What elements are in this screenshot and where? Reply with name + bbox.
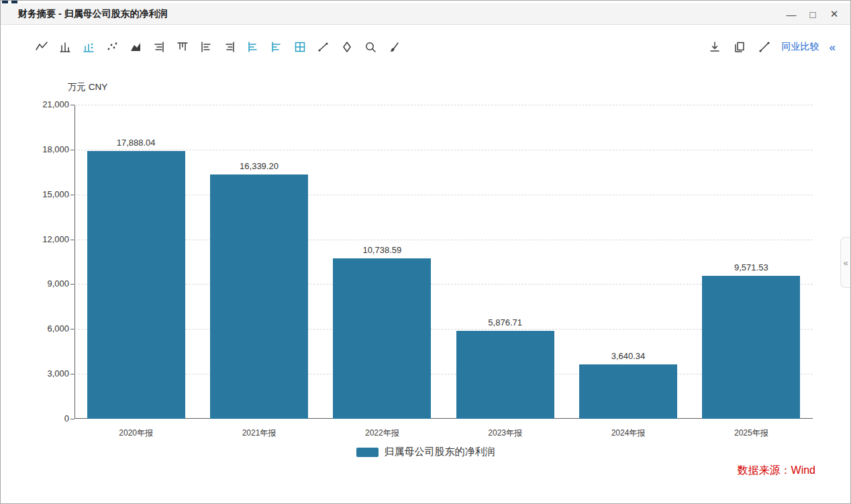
y-tick-label: 21,000 [14,99,69,109]
maximize-button[interactable]: □ [802,5,823,23]
toolbar-right-group: 同业比较 « [707,40,836,54]
y-tick-mark [70,284,74,285]
toolbar-collapse-icon[interactable]: « [830,42,836,53]
x-tick-label: 2025年报 [734,427,768,439]
bar-value-label: 3,640.34 [611,351,646,361]
bar-2023年报[interactable] [456,331,554,419]
y-tick-label: 3,000 [14,368,69,379]
axis-unit-label: 万元 CNY [68,81,107,93]
bar-value-label: 9,571.53 [734,262,768,272]
bar-right-axis-icon[interactable] [152,40,166,54]
chart-toolbar: 同业比较 « [1,34,850,60]
stacked-bar-icon[interactable] [199,40,213,54]
title-bar: 财务摘要 - 归属母公司股东的净利润 — □ ✕ [1,3,850,25]
chart-legend: 归属母公司股东的净利润 [1,446,850,458]
bar-value-label: 5,876.71 [488,317,522,327]
y-tick-mark [70,329,74,330]
y-tick-label: 6,000 [14,323,69,334]
chart-type-icons [34,40,401,54]
y-tick-mark [70,195,74,195]
legend-label[interactable]: 归属母公司股东的净利润 [385,446,495,458]
trend-line-icon[interactable] [316,40,331,54]
x-tick-label: 2024年报 [611,427,646,439]
bar-value-label: 17,888.04 [117,138,156,148]
y-tick-mark [70,150,74,150]
peer-compare-link[interactable]: 同业比较 [782,41,819,53]
gridline [74,240,813,240]
grid-chart-icon[interactable] [293,40,307,54]
area-chart-icon[interactable] [128,40,143,54]
y-tick-label: 9,000 [14,279,69,289]
gridline [74,105,813,105]
y-tick-mark [70,240,74,240]
hbar-left2-icon[interactable] [269,40,284,54]
column-chart-icon[interactable] [58,40,72,54]
edit-chart-icon[interactable] [757,40,772,54]
column-scatter-icon[interactable] [81,40,96,54]
close-button[interactable]: ✕ [823,5,845,23]
gridline [74,150,813,150]
bar-value-label: 16,339.20 [240,161,279,171]
y-tick-label: 12,000 [14,234,69,244]
x-tick-label: 2023年报 [488,427,522,439]
side-panel-expand-tab[interactable]: « [840,237,850,288]
y-tick-mark [70,105,74,105]
y-tick-label: 0 [14,413,69,423]
hbar-left-icon[interactable] [246,40,260,54]
chevron-left-icon: « [843,258,848,268]
window-title: 财务摘要 - 归属母公司股东的净利润 [1,8,167,20]
zoom-icon[interactable] [363,40,378,54]
fill-style-icon[interactable] [340,40,354,54]
bar-value-label: 10,738.59 [362,245,401,255]
bar-2024年报[interactable] [579,364,677,419]
window-controls: — □ ✕ [781,3,845,25]
data-source-label: 数据来源：Wind [738,464,815,478]
scatter-chart-icon[interactable] [105,40,119,54]
y-tick-label: 18,000 [14,144,69,154]
bar-2020年报[interactable] [87,151,185,419]
x-tick-label: 2021年报 [242,427,277,439]
copy-icon[interactable] [732,40,747,54]
brush-icon[interactable] [387,40,401,54]
bar-2021年报[interactable] [210,174,308,419]
download-icon[interactable] [707,40,722,54]
line-chart-icon[interactable] [34,40,49,54]
x-tick-label: 2020年报 [119,427,153,439]
bar-2022年报[interactable] [333,258,431,419]
bar-top-axis-icon[interactable] [175,40,190,54]
x-tick-label: 2022年报 [365,427,399,439]
y-tick-mark [70,374,74,374]
chart-area: 万元 CNY 归属母公司股东的净利润 数据来源：Wind 03,0006,000… [1,1,850,503]
toolbar-action-icons [707,40,772,54]
app-window: 财务摘要 - 归属母公司股东的净利润 — □ ✕ 同业比较 « 万元 CNY 归… [0,0,851,504]
y-tick-label: 15,000 [14,189,69,199]
bar-2025年报[interactable] [702,276,800,419]
minimize-button[interactable]: — [781,5,802,23]
y-tick-mark [70,419,74,419]
legend-swatch[interactable] [356,448,379,457]
gridline [74,195,813,195]
bar-right2-icon[interactable] [222,40,237,54]
